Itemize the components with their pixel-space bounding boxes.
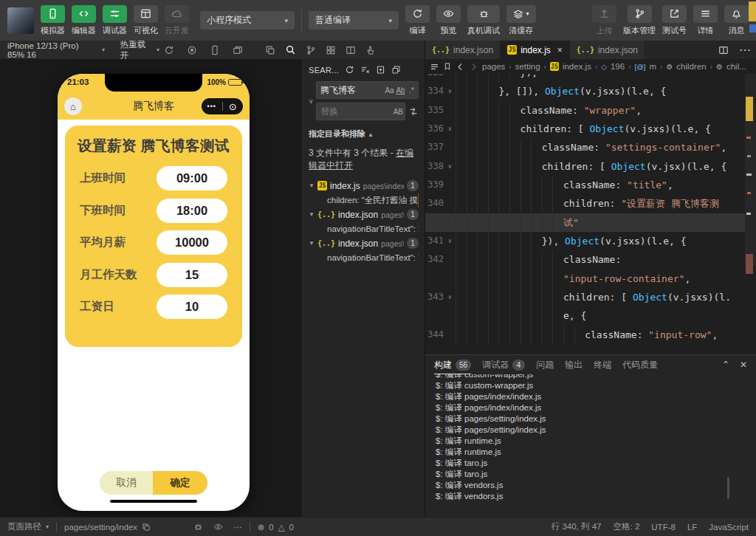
clear-results-icon[interactable] [360, 65, 370, 75]
extensions-grid-icon[interactable] [326, 45, 336, 55]
language-mode[interactable]: JavaScript [709, 523, 749, 532]
more-actions-icon[interactable]: ⋯ [734, 41, 756, 59]
copy-files-icon[interactable] [265, 45, 275, 55]
split-editor-icon[interactable] [713, 41, 734, 59]
refresh-results-icon[interactable] [345, 65, 354, 75]
replace-all-icon[interactable] [408, 106, 419, 117]
back-arrow-icon[interactable] [456, 62, 465, 72]
tab-terminal[interactable]: 终端 [594, 355, 611, 374]
crumb-children[interactable]: children [676, 62, 706, 71]
version-management-button[interactable]: 版本管理 [623, 5, 656, 36]
code-line[interactable]: 333}); [425, 74, 756, 82]
problems-indicator[interactable]: ⊗ 0 △ 0 [258, 522, 294, 532]
tab-index-json-2[interactable]: {..} index.json [570, 41, 645, 59]
code-line[interactable]: e, { [425, 306, 756, 325]
messages-button[interactable]: 消息 [724, 5, 749, 36]
collapse-all-icon[interactable] [391, 65, 401, 75]
code-editor[interactable]: 333});334∨}, []), Object(v.jsxs)(l.e, {3… [425, 74, 756, 354]
eol-setting[interactable]: LF [687, 523, 697, 532]
fold-chevron-icon[interactable]: ∨ [444, 120, 456, 138]
tab-output[interactable]: 输出 [565, 355, 583, 374]
mode-select[interactable]: 小程序模式 ▾ [200, 11, 295, 30]
editor-button[interactable]: 编辑器 [72, 5, 96, 36]
field-value-input[interactable]: 10000 [157, 230, 227, 255]
minimap[interactable] [745, 74, 756, 354]
crumb-file[interactable]: index.js [563, 62, 591, 71]
scrollbar-thumb[interactable] [727, 477, 729, 499]
tab-problems[interactable]: 问题 [536, 355, 554, 374]
encoding[interactable]: UTF-8 [651, 523, 676, 532]
collapse-panel-icon[interactable]: ⌃ [722, 360, 729, 370]
field-value-input[interactable]: 18:00 [157, 199, 227, 223]
search-icon[interactable] [285, 44, 296, 55]
bug-icon[interactable] [193, 522, 203, 532]
real-device-debug-button[interactable]: 真机调试 [467, 5, 500, 36]
regex-icon[interactable]: .* [407, 84, 416, 96]
copy-path-icon[interactable] [142, 523, 151, 532]
crumb-setting[interactable]: setting [515, 62, 540, 71]
tab-build[interactable]: 构建 56 [434, 355, 471, 374]
code-line[interactable]: 341∨}), Object(v.jsxs)(l.e, { [425, 232, 756, 250]
code-line[interactable]: 339className: "title", [425, 176, 756, 194]
new-search-editor-icon[interactable] [376, 65, 385, 75]
search-result-file[interactable]: ▼JSindex.jspages\index1 [309, 179, 419, 193]
fold-chevron-icon[interactable]: ∨ [444, 82, 456, 100]
code-line[interactable]: 343∨children: [ Object(v.jsxs)(l. [425, 288, 756, 306]
code-line[interactable]: 336∨children: [ Object(v.jsxs)(l.e, { [425, 120, 756, 138]
code-line[interactable]: 335className: "wrapper", [425, 101, 756, 120]
crumb-m[interactable]: m [649, 62, 656, 71]
device-frame-icon[interactable] [210, 45, 220, 55]
search-match-line[interactable]: children: "全民打酱油 摸... [309, 193, 419, 207]
crumb-196[interactable]: 196 [611, 62, 625, 71]
debugger-button[interactable]: 调试器 [103, 5, 127, 36]
crumb-pages[interactable]: pages [482, 62, 505, 71]
indent-setting[interactable]: 空格: 2 [614, 521, 640, 532]
stop-record-icon[interactable] [187, 45, 197, 55]
simulator-button[interactable]: 模拟器 [41, 5, 65, 36]
close-button[interactable]: ⊙ [223, 101, 244, 112]
fold-chevron-icon[interactable]: ∨ [444, 157, 456, 176]
multi-window-icon[interactable] [233, 45, 243, 55]
code-line[interactable]: 340children: "设置薪资 腾飞博客测 [425, 194, 756, 213]
more-button[interactable]: ••• [202, 103, 222, 110]
search-result-file[interactable]: ▼{..}index.jsonpages\s...1 [309, 236, 419, 251]
outline-menu-icon[interactable] [430, 62, 439, 72]
twisty-icon[interactable]: ▼ [309, 182, 315, 189]
field-value-input[interactable]: 15 [157, 263, 227, 287]
code-line[interactable]: 334∨}, []), Object(v.jsxs)(l.e, { [425, 82, 756, 100]
code-line[interactable]: 338∨children: [ Object(v.jsx)(l.e, { [425, 157, 756, 176]
close-icon[interactable]: × [557, 45, 563, 55]
preserve-case-icon[interactable]: AB [394, 106, 403, 117]
twisty-icon[interactable]: ▼ [309, 240, 315, 247]
test-account-button[interactable]: 测试号 [662, 5, 687, 36]
code-line[interactable]: 344className: "input-row", [425, 326, 756, 344]
confirm-button[interactable]: 确定 [153, 471, 207, 495]
cursor-position[interactable]: 行 340, 列 47 [551, 521, 602, 532]
fold-chevron-icon[interactable]: ∨ [444, 232, 456, 250]
split-editor-icon[interactable] [346, 45, 356, 55]
tab-index-js[interactable]: JS index.js × [501, 41, 570, 59]
page-path-selector[interactable]: 页面路径 ▾ [7, 521, 49, 532]
toggle-replace-icon[interactable]: ∨ [309, 81, 316, 120]
hot-reload-toggle[interactable]: 热重载 开 [120, 39, 152, 61]
more-icon[interactable]: ⋯ [233, 522, 242, 532]
search-match-line[interactable]: navigationBarTitleText": "... [309, 251, 419, 265]
clear-cache-button[interactable]: ▾ 清缓存 [506, 5, 536, 36]
field-value-input[interactable]: 10 [157, 295, 227, 319]
fold-chevron-icon[interactable]: ∨ [444, 288, 456, 306]
visualization-button[interactable]: 可视化 [134, 5, 158, 36]
tab-index-json-1[interactable]: {..} index.json [425, 41, 501, 59]
reload-icon[interactable] [164, 45, 174, 55]
eye-icon[interactable] [213, 522, 223, 532]
code-line[interactable]: 337className: "settings-container", [425, 138, 756, 157]
code-line[interactable]: 342className: [425, 250, 756, 269]
build-output[interactable]: $: 编译 custom-wrapper.js$: 编译 custom-wrap… [425, 374, 756, 517]
git-branch-icon[interactable] [306, 45, 316, 55]
close-panel-icon[interactable]: ✕ [740, 360, 747, 370]
compile-button[interactable]: 编译 [405, 5, 430, 36]
code-line[interactable]: 试" [425, 213, 756, 232]
tab-code-quality[interactable]: 代码质量 [622, 355, 658, 374]
code-line[interactable]: "input-row-container", [425, 269, 756, 288]
field-value-input[interactable]: 09:00 [157, 166, 227, 190]
format-brush-icon[interactable] [365, 45, 376, 55]
